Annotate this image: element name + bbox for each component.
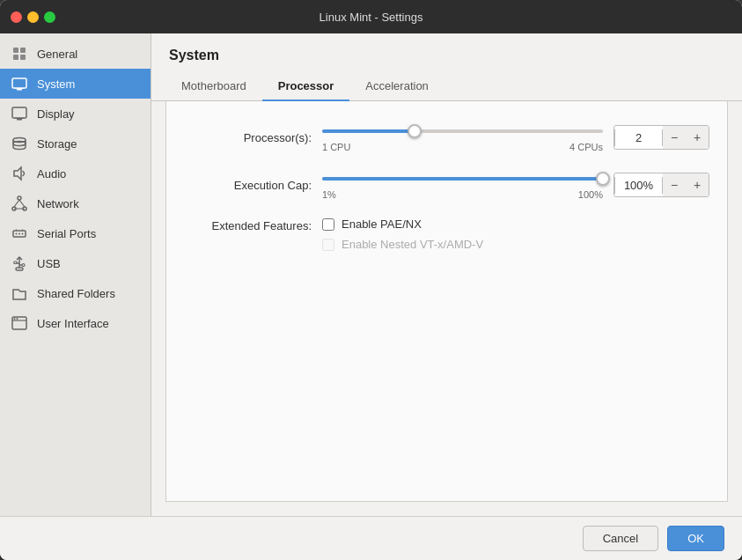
processors-slider-container: 1 CPU 4 CPUs — [322, 122, 603, 152]
general-icon — [11, 45, 28, 63]
network-icon — [11, 195, 28, 212]
svg-rect-28 — [14, 262, 17, 264]
panel-title: System — [151, 33, 742, 72]
extended-features-label: Extended Features: — [184, 217, 312, 232]
shared-folders-icon — [11, 284, 28, 302]
svg-rect-9 — [15, 118, 24, 119]
sidebar-label-shared-folders: Shared Folders — [37, 287, 115, 300]
sidebar-item-audio[interactable]: Audio — [0, 158, 151, 188]
sidebar-item-display[interactable]: Display — [0, 99, 151, 129]
svg-point-22 — [22, 233, 24, 235]
svg-rect-3 — [20, 55, 26, 60]
execution-cap-slider-thumb[interactable] — [596, 172, 610, 186]
execution-cap-max-label: 100% — [578, 189, 603, 200]
minimize-button[interactable] — [27, 11, 39, 23]
execution-cap-decrement-button[interactable]: − — [663, 173, 686, 197]
usb-icon — [11, 254, 28, 272]
svg-rect-8 — [17, 119, 22, 121]
execution-cap-slider-labels: 1% 100% — [322, 189, 603, 200]
execution-cap-increment-button[interactable]: + — [686, 173, 709, 197]
tab-content-processor: Processor(s): 1 CPU 4 CPUs — [165, 101, 728, 502]
execution-cap-spinbox-value[interactable]: 100% — [614, 177, 663, 194]
processors-max-label: 4 CPUs — [569, 142, 603, 152]
nested-vt-checkbox — [322, 239, 334, 251]
sidebar-item-serial-ports[interactable]: Serial Ports — [0, 218, 151, 248]
sidebar-item-network[interactable]: Network — [0, 188, 151, 218]
processors-slider-thumb[interactable] — [408, 124, 422, 138]
svg-rect-26 — [16, 268, 23, 270]
svg-point-20 — [16, 233, 18, 235]
svg-point-33 — [14, 318, 16, 320]
sidebar-item-usb[interactable]: USB — [0, 248, 151, 278]
processors-slider-bg — [322, 129, 603, 133]
processors-label: Processor(s): — [184, 131, 312, 144]
maximize-button[interactable] — [44, 11, 55, 23]
pae-checkbox[interactable] — [322, 218, 334, 231]
sidebar-label-network: Network — [37, 197, 79, 210]
pae-checkbox-label[interactable]: Enable PAE/NX — [342, 217, 422, 231]
svg-point-11 — [13, 142, 26, 146]
system-icon — [11, 75, 28, 92]
processors-row: Processor(s): 1 CPU 4 CPUs — [184, 122, 709, 152]
sidebar-label-system: System — [37, 77, 75, 91]
svg-point-30 — [22, 264, 25, 267]
tab-motherboard[interactable]: Motherboard — [165, 72, 262, 101]
audio-icon — [11, 165, 28, 182]
sidebar-label-user-interface: User Interface — [37, 317, 109, 330]
sidebar-label-display: Display — [37, 107, 75, 121]
nested-vt-checkbox-label: Enable Nested VT-x/AMD-V — [342, 238, 483, 251]
execution-cap-slider-bg — [322, 177, 603, 181]
sidebar-item-user-interface[interactable]: User Interface — [0, 308, 151, 338]
processors-decrement-button[interactable]: − — [663, 125, 686, 150]
svg-rect-4 — [12, 78, 26, 88]
sidebar-label-usb: USB — [37, 257, 61, 270]
storage-icon — [11, 135, 28, 152]
main-window: Linux Mint - Settings General — [0, 0, 742, 560]
sidebar-item-general[interactable]: General — [0, 39, 151, 69]
titlebar: Linux Mint - Settings — [0, 0, 742, 33]
tab-acceleration[interactable]: Acceleration — [349, 72, 444, 101]
sidebar-item-shared-folders[interactable]: Shared Folders — [0, 278, 151, 308]
svg-rect-1 — [20, 48, 26, 53]
display-icon — [11, 105, 28, 122]
sidebar-label-general: General — [37, 48, 77, 61]
bottom-bar: Cancel OK — [0, 516, 742, 560]
sidebar-item-system[interactable]: System — [0, 69, 151, 99]
svg-rect-6 — [15, 88, 24, 89]
extended-features-checkboxes: Enable PAE/NX Enable Nested VT-x/AMD-V — [322, 217, 483, 251]
execution-cap-label: Execution Cap: — [184, 179, 312, 192]
user-interface-icon — [11, 314, 28, 332]
sidebar-item-storage[interactable]: Storage — [0, 129, 151, 158]
close-button[interactable] — [11, 11, 22, 23]
processors-slider-fill — [322, 129, 415, 133]
svg-point-34 — [17, 318, 18, 320]
sidebar-label-storage: Storage — [37, 137, 77, 151]
tabs-bar: Motherboard Processor Acceleration — [151, 72, 742, 101]
cancel-button[interactable]: Cancel — [583, 526, 658, 551]
execution-cap-row: Execution Cap: 1% 100% — [184, 170, 709, 200]
window-title: Linux Mint - Settings — [320, 11, 423, 24]
serial-ports-icon — [11, 225, 28, 242]
sidebar: General System — [0, 33, 151, 516]
svg-line-17 — [19, 200, 25, 207]
checkbox-pae-row: Enable PAE/NX — [322, 217, 483, 231]
execution-cap-slider-container: 1% 100% — [322, 170, 603, 200]
execution-cap-spinbox: 100% − + — [613, 173, 709, 197]
processors-increment-button[interactable]: + — [686, 125, 709, 150]
traffic-lights — [11, 11, 55, 23]
ok-button[interactable]: OK — [667, 526, 724, 551]
processors-slider-track[interactable] — [322, 122, 603, 140]
sidebar-label-serial-ports: Serial Ports — [37, 227, 96, 240]
processors-spinbox-value[interactable]: 2 — [614, 129, 663, 146]
svg-rect-0 — [13, 48, 18, 53]
svg-rect-5 — [17, 89, 22, 91]
execution-cap-min-label: 1% — [322, 189, 336, 200]
processors-spinbox: 2 − + — [613, 125, 709, 150]
svg-rect-7 — [12, 107, 26, 118]
svg-marker-12 — [14, 167, 21, 180]
content-area: General System — [0, 33, 742, 516]
processors-min-label: 1 CPU — [322, 142, 350, 152]
tab-processor[interactable]: Processor — [262, 72, 350, 101]
execution-cap-slider-track[interactable] — [322, 170, 603, 188]
svg-line-16 — [14, 200, 19, 207]
